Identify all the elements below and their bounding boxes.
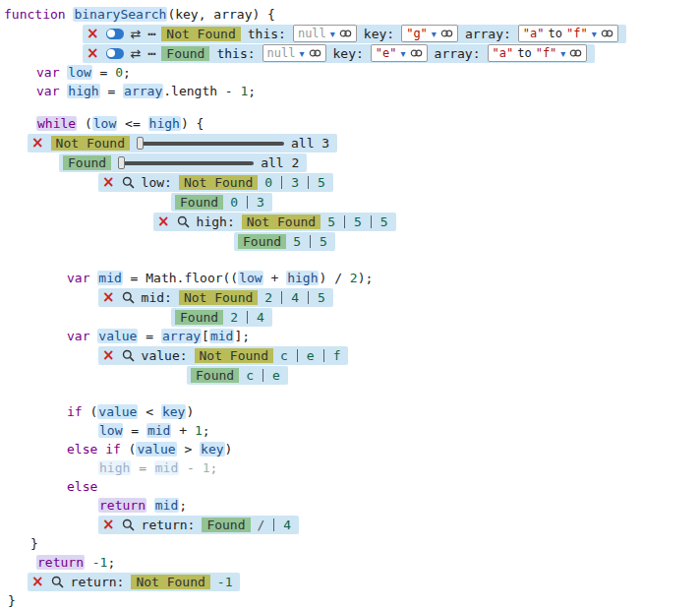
key-dropdown[interactable]: "g" ▾ xyxy=(401,25,458,42)
magnifier-icon[interactable] xyxy=(51,576,64,588)
code-line-else-if[interactable]: else if (value > key) xyxy=(67,440,700,458)
remove-example-icon[interactable]: × xyxy=(87,46,99,61)
identifier-array[interactable]: array xyxy=(161,329,202,343)
remove-icon[interactable]: × xyxy=(31,575,44,589)
code-line-var-high[interactable]: var high = array.length - 1; xyxy=(36,82,700,100)
identifier-mid[interactable]: mid xyxy=(154,498,179,513)
identifier-mid[interactable]: mid xyxy=(97,271,122,285)
identifier-mid[interactable]: mid xyxy=(154,460,179,475)
iteration-slider[interactable] xyxy=(118,156,254,169)
identifier-high[interactable]: high xyxy=(98,460,131,475)
this-value: null xyxy=(298,27,326,40)
identifier-array[interactable]: array xyxy=(123,84,163,98)
toggle-example-icon[interactable] xyxy=(106,29,124,39)
example-badge[interactable]: Not Found xyxy=(161,27,240,41)
code-line-return-mid[interactable]: return mid; xyxy=(98,496,700,515)
code-line-assign-low[interactable]: low = mid + 1; xyxy=(98,421,700,440)
more-options-icon[interactable]: ⋯ xyxy=(147,46,154,61)
example-badge[interactable]: Not Found xyxy=(131,575,209,589)
example-badge[interactable]: Found xyxy=(175,195,223,210)
example-badge[interactable]: Not Found xyxy=(242,214,321,229)
link-icon[interactable] xyxy=(569,48,582,58)
probe-value: 0 xyxy=(230,195,238,210)
remove-icon[interactable]: × xyxy=(102,290,115,305)
identifier-key[interactable]: key xyxy=(200,442,224,457)
code-line-else[interactable]: else xyxy=(67,477,700,496)
key-dropdown[interactable]: "e" ▾ xyxy=(371,44,428,62)
magnifier-icon[interactable] xyxy=(122,176,135,189)
example-badge[interactable]: Found xyxy=(161,46,209,61)
code-line-assign-high-unexecuted[interactable]: high = mid - 1; xyxy=(98,458,700,477)
remove-example-icon[interactable]: × xyxy=(87,27,99,41)
example-badge[interactable]: Found xyxy=(175,310,223,325)
example-badge[interactable]: Found xyxy=(191,368,239,383)
identifier-low[interactable]: low xyxy=(92,116,117,131)
link-icon[interactable] xyxy=(309,48,321,58)
identifier-low[interactable]: low xyxy=(67,65,91,80)
magnifier-icon[interactable] xyxy=(122,349,135,362)
identifier-low[interactable]: low xyxy=(238,271,262,285)
remove-icon[interactable]: × xyxy=(102,348,115,363)
array-dropdown[interactable]: "a" to "f" ▾ xyxy=(518,25,618,42)
magnifier-icon[interactable] xyxy=(122,518,135,531)
key-value: "g" xyxy=(406,27,428,40)
code-line-return-neg1[interactable]: return -1; xyxy=(36,553,700,572)
dropdown-arrow-icon: ▾ xyxy=(560,48,565,59)
example-badge[interactable]: Not Found xyxy=(179,290,258,305)
iteration-slider[interactable] xyxy=(137,137,284,150)
swap-arguments-icon[interactable]: ⇄ xyxy=(131,27,142,41)
example-badge[interactable]: Found xyxy=(63,155,111,170)
code-line-close-while[interactable]: } xyxy=(30,534,700,553)
probe-line-value: Found ce xyxy=(4,365,700,385)
identifier-high[interactable]: high xyxy=(148,116,181,131)
swap-arguments-icon[interactable]: ⇄ xyxy=(131,46,142,61)
link-icon[interactable] xyxy=(440,29,453,38)
remove-icon[interactable]: × xyxy=(102,518,115,532)
this-dropdown[interactable]: null ▾ xyxy=(293,25,357,42)
example-badge[interactable]: Not Found xyxy=(179,175,258,190)
identifier-value[interactable]: value xyxy=(97,329,138,343)
magnifier-icon[interactable] xyxy=(177,215,190,228)
slider-handle[interactable] xyxy=(137,137,144,150)
probe-value: 5 xyxy=(318,290,325,305)
identifier-high[interactable]: high xyxy=(286,271,319,285)
identifier-value[interactable]: value xyxy=(136,442,176,457)
link-icon[interactable] xyxy=(601,29,613,38)
probe-value: f xyxy=(333,348,341,363)
example-badge[interactable]: Found xyxy=(238,234,286,249)
slider-handle[interactable] xyxy=(118,156,125,169)
identifier-value[interactable]: value xyxy=(97,404,138,419)
dropdown-arrow-icon: ▾ xyxy=(330,29,335,39)
keyword-return[interactable]: return xyxy=(36,555,85,570)
code-line-var-mid[interactable]: var mid = Math.floor((low + high) / 2); xyxy=(67,269,700,287)
function-name[interactable]: binarySearch xyxy=(73,7,167,22)
identifier-key[interactable]: key xyxy=(161,404,186,419)
link-icon[interactable] xyxy=(339,29,352,38)
identifier-low[interactable]: low xyxy=(98,423,123,438)
link-icon[interactable] xyxy=(410,48,423,58)
remove-icon[interactable]: × xyxy=(31,136,44,151)
keyword-while[interactable]: while xyxy=(36,116,77,131)
identifier-mid[interactable]: mid xyxy=(146,423,171,438)
toggle-example-icon[interactable] xyxy=(106,48,124,59)
example-badge[interactable]: Not Found xyxy=(51,136,130,151)
value-separator xyxy=(371,215,372,228)
remove-icon[interactable]: × xyxy=(157,214,170,229)
array-dropdown[interactable]: "a" to "f" ▾ xyxy=(488,44,588,62)
example-line-not-found: × ⇄ ⋯ Not Found this: null ▾ key: "g" ▾ … xyxy=(4,24,700,43)
code-line-var-low[interactable]: var low = 0; xyxy=(36,63,700,82)
code-line-function[interactable]: function binarySearch(key, array) { xyxy=(4,5,700,24)
example-badge[interactable]: Found xyxy=(202,518,250,532)
magnifier-icon[interactable] xyxy=(122,291,135,304)
identifier-high[interactable]: high xyxy=(67,84,99,98)
this-dropdown[interactable]: null ▾ xyxy=(262,44,326,62)
identifier-mid[interactable]: mid xyxy=(209,329,234,343)
code-line-close-function[interactable]: } xyxy=(8,591,700,610)
code-line-var-value[interactable]: var value = array[mid]; xyxy=(67,327,700,345)
keyword-return[interactable]: return xyxy=(98,498,146,513)
example-badge[interactable]: Not Found xyxy=(195,348,273,363)
code-line-while[interactable]: while (low <= high) { xyxy=(36,114,700,133)
more-options-icon[interactable]: ⋯ xyxy=(147,27,154,41)
remove-icon[interactable]: × xyxy=(102,175,115,190)
code-line-if[interactable]: if (value < key) xyxy=(67,402,700,421)
